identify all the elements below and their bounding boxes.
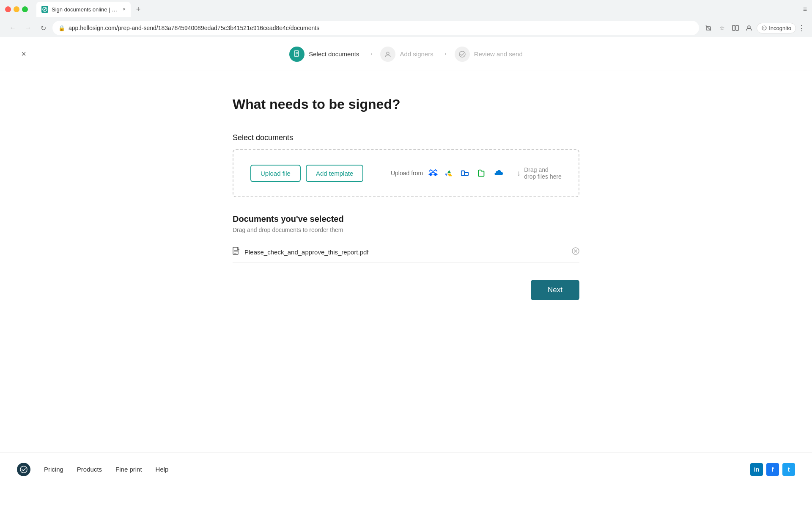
footer-fine-print-link[interactable]: Fine print (115, 466, 142, 473)
upload-buttons: Upload file Add template (250, 165, 363, 182)
forward-button[interactable]: → (22, 22, 34, 34)
profile-label: Incognito (769, 25, 791, 31)
step-select-documents: Select documents (289, 47, 359, 62)
active-tab[interactable]: Sign documents online | HelloS × (36, 2, 131, 17)
tab-favicon (41, 6, 48, 13)
upload-divider (377, 163, 377, 184)
svg-point-7 (765, 28, 765, 28)
box-icon[interactable] (459, 167, 471, 179)
browser-titlebar: Sign documents online | HelloS × + ≡ (0, 0, 812, 19)
svg-point-13 (459, 51, 465, 57)
tab-list-button[interactable]: ≡ (803, 6, 807, 13)
select-documents-heading: Select documents (233, 133, 579, 142)
select-documents-section: Select documents Upload file Add templat… (233, 133, 579, 197)
incognito-button[interactable]: Incognito (757, 23, 796, 33)
url-display: app.hellosign.com/prep-and-send/183a7845… (69, 25, 693, 31)
step-arrow-2: → (440, 50, 448, 58)
svg-rect-4 (736, 25, 738, 30)
google-drive-icon[interactable] (443, 167, 455, 179)
browser-menu-button[interactable]: ⋮ (798, 23, 805, 33)
linkedin-button[interactable]: in (750, 463, 763, 476)
selected-documents-subtitle: Drag and drop documents to reorder them (233, 226, 579, 233)
step-add-signers-icon (380, 47, 395, 62)
window-close-button[interactable] (5, 6, 11, 12)
drag-drop-icon: ↓ (517, 169, 521, 178)
svg-rect-14 (461, 171, 464, 176)
document-icon (233, 247, 240, 257)
onedrive-icon[interactable] (491, 167, 503, 179)
app-footer: Pricing Products Fine print Help in f t (0, 452, 812, 486)
new-tab-button[interactable]: + (132, 3, 144, 15)
split-view-icon[interactable] (730, 22, 741, 34)
step-review-icon (455, 47, 470, 62)
tab-title: Sign documents online | HelloS (52, 6, 119, 13)
upload-file-button[interactable]: Upload file (250, 165, 301, 182)
step-select-documents-label: Select documents (309, 50, 359, 58)
browser-addressbar: ← → ↻ 🔒 app.hellosign.com/prep-and-send/… (0, 19, 812, 37)
drag-drop-label: Drag and drop files here (524, 166, 562, 180)
lock-icon: 🔒 (58, 25, 65, 31)
bar-actions: ☆ Incognito ⋮ (702, 22, 805, 34)
step-arrow-1: → (366, 50, 373, 58)
drag-drop-area: ↓ Drag and drop files here (517, 166, 562, 180)
bookmark-icon[interactable]: ☆ (716, 22, 728, 34)
svg-rect-3 (732, 25, 735, 30)
upload-from-section: Upload from (391, 167, 503, 179)
add-template-button[interactable]: Add template (306, 165, 363, 182)
step-review-label: Review and send (474, 50, 523, 58)
tab-bar: Sign documents online | HelloS × + (31, 2, 149, 17)
upload-area: Upload file Add template Upload from (233, 149, 579, 197)
footer-logo (17, 463, 30, 476)
page-title: What needs to be signed? (233, 97, 579, 112)
footer-pricing-link[interactable]: Pricing (44, 466, 63, 473)
tab-close-button[interactable]: × (123, 6, 126, 12)
next-button[interactable]: Next (531, 280, 579, 300)
main-content: What needs to be signed? Select document… (216, 71, 596, 342)
app-content: × Select documents → (0, 37, 812, 486)
browser-chrome: Sign documents online | HelloS × + ≡ ← →… (0, 0, 812, 37)
step-select-documents-icon (289, 47, 304, 62)
svg-point-22 (20, 466, 27, 473)
evernote-icon[interactable] (475, 167, 487, 179)
reload-button[interactable]: ↻ (37, 22, 49, 34)
footer-help-link[interactable]: Help (156, 466, 169, 473)
facebook-button[interactable]: f (766, 463, 779, 476)
svg-point-12 (387, 52, 389, 55)
selected-documents-section: Documents you've selected Drag and drop … (233, 214, 579, 263)
dropbox-icon[interactable] (427, 167, 439, 179)
window-maximize-button[interactable] (22, 6, 28, 12)
footer-products-link[interactable]: Products (77, 466, 102, 473)
step-add-signers-label: Add signers (400, 50, 433, 58)
twitter-button[interactable]: t (782, 463, 795, 476)
close-button[interactable]: × (17, 47, 30, 61)
next-section: Next (233, 280, 579, 317)
document-remove-button[interactable] (572, 247, 579, 257)
address-bar[interactable]: 🔒 app.hellosign.com/prep-and-send/183a78… (52, 21, 699, 35)
svg-point-5 (748, 26, 750, 28)
progress-stepper: Select documents → Add signers → (289, 47, 523, 62)
back-button[interactable]: ← (7, 22, 19, 34)
document-item: Please_check_and_approve_this_report.pdf (233, 242, 579, 263)
camera-off-icon[interactable] (702, 22, 714, 34)
profile-icon[interactable] (743, 22, 755, 34)
window-minimize-button[interactable] (14, 6, 19, 12)
svg-point-6 (763, 28, 764, 28)
selected-documents-title: Documents you've selected (233, 214, 579, 224)
document-name: Please_check_and_approve_this_report.pdf (244, 248, 568, 256)
footer-social: in f t (750, 463, 795, 476)
window-controls (5, 6, 28, 12)
app-header: × Select documents → (0, 37, 812, 71)
step-add-signers: Add signers (380, 47, 433, 62)
upload-from-label: Upload from (391, 170, 423, 177)
step-review-and-send: Review and send (455, 47, 523, 62)
